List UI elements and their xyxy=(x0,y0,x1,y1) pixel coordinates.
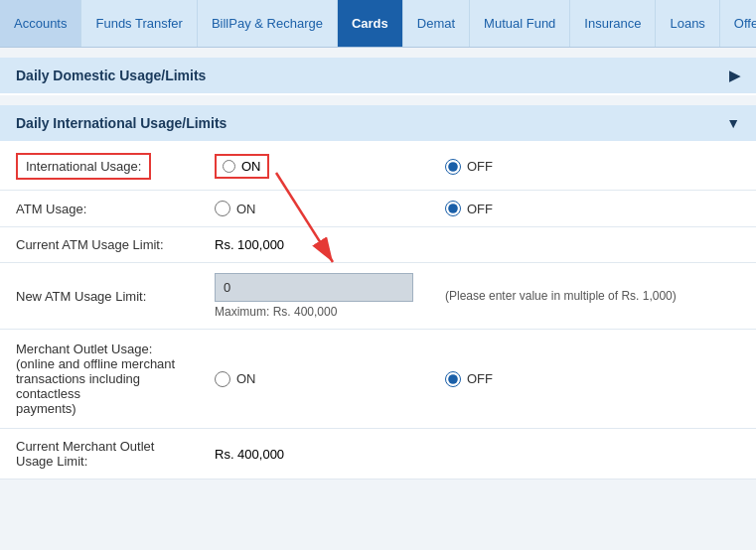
merchant-usage-label: Merchant Outlet Usage: (online and offli… xyxy=(16,342,175,416)
nav-item-accounts[interactable]: Accounts xyxy=(0,0,81,47)
international-usage-on-highlight: ON xyxy=(215,154,269,179)
nav-item-cards[interactable]: Cards xyxy=(338,0,403,47)
international-usage-row: International Usage: ON OFF xyxy=(0,143,756,191)
nav-item-insurance[interactable]: Insurance xyxy=(570,0,656,47)
nav-item-demat[interactable]: Demat xyxy=(403,0,470,47)
current-merchant-limit-value: Rs. 400,000 xyxy=(215,447,284,462)
international-usage-off-radio[interactable] xyxy=(445,159,461,175)
international-usage-off-group: OFF xyxy=(445,159,740,175)
atm-usage-row: ATM Usage: ON OFF xyxy=(0,191,756,227)
new-atm-limit-row: New ATM Usage Limit: Maximum: Rs. 400,00… xyxy=(0,263,756,330)
max-hint: Maximum: Rs. 400,000 xyxy=(215,305,413,319)
current-atm-limit-row: Current ATM Usage Limit: Rs. 100,000 xyxy=(0,227,756,263)
merchant-usage-off-group: OFF xyxy=(445,371,740,387)
international-usage-label-highlight: International Usage: xyxy=(16,153,151,180)
international-usage-on-radio[interactable] xyxy=(223,160,235,173)
content-area: Daily Domestic Usage/Limits ▶ Daily Inte… xyxy=(0,58,756,480)
current-atm-limit-label: Current ATM Usage Limit: xyxy=(16,237,164,252)
app-container: Accounts Funds Transfer BillPay & Rechar… xyxy=(0,0,756,480)
merchant-usage-off-label: OFF xyxy=(467,371,493,386)
atm-limit-info: (Please enter value in multiple of Rs. 1… xyxy=(445,289,677,303)
domestic-arrow-icon: ▶ xyxy=(729,68,740,83)
international-section-header[interactable]: Daily International Usage/Limits ▼ xyxy=(0,105,756,141)
international-form-table: International Usage: ON OFF xyxy=(0,143,756,480)
atm-usage-label: ATM Usage: xyxy=(16,202,86,216)
nav-item-funds-transfer[interactable]: Funds Transfer xyxy=(81,0,197,47)
merchant-usage-off-radio[interactable] xyxy=(445,371,461,387)
atm-usage-off-group: OFF xyxy=(445,201,740,216)
nav-bar: Accounts Funds Transfer BillPay & Rechar… xyxy=(0,0,756,48)
atm-usage-on-group: ON xyxy=(215,201,413,216)
international-arrow-icon: ▼ xyxy=(726,115,740,131)
nav-item-mutual-fund[interactable]: Mutual Fund xyxy=(470,0,570,47)
merchant-usage-on-radio[interactable] xyxy=(215,371,230,387)
merchant-usage-row: Merchant Outlet Usage: (online and offli… xyxy=(0,330,756,429)
atm-usage-on-radio[interactable] xyxy=(215,201,230,216)
international-usage-on-label: ON xyxy=(241,159,261,174)
nav-item-loans[interactable]: Loans xyxy=(656,0,719,47)
international-usage-off-label: OFF xyxy=(467,159,493,174)
nav-item-billpay[interactable]: BillPay & Recharge xyxy=(198,0,338,47)
current-atm-limit-value: Rs. 100,000 xyxy=(215,237,284,252)
domestic-section-header[interactable]: Daily Domestic Usage/Limits ▶ xyxy=(0,58,756,93)
current-merchant-limit-row: Current Merchant Outlet Usage Limit: Rs.… xyxy=(0,429,756,480)
atm-usage-on-label: ON xyxy=(236,202,256,216)
merchant-usage-on-group: ON xyxy=(215,371,413,387)
domestic-section-title: Daily Domestic Usage/Limits xyxy=(16,68,206,83)
current-merchant-limit-label: Current Merchant Outlet Usage Limit: xyxy=(16,439,154,469)
international-section-title: Daily International Usage/Limits xyxy=(16,115,227,131)
atm-usage-off-label: OFF xyxy=(467,202,493,216)
merchant-usage-on-label: ON xyxy=(236,371,256,386)
atm-usage-off-radio[interactable] xyxy=(445,201,461,216)
nav-item-offers[interactable]: Offers xyxy=(720,0,756,47)
international-section-content: International Usage: ON OFF xyxy=(0,143,756,480)
new-atm-limit-label: New ATM Usage Limit: xyxy=(16,289,146,304)
new-atm-limit-input[interactable] xyxy=(215,273,413,302)
section-gap-1 xyxy=(0,95,756,105)
